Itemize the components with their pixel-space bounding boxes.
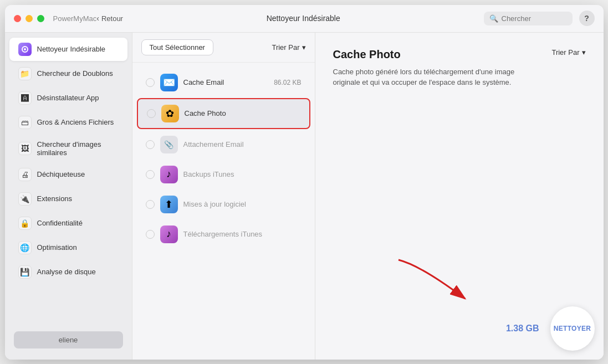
detail-sort-button[interactable]: Trier Par ▾ (551, 48, 585, 57)
sidebar-item-dup[interactable]: 📁 Chercheur de Doublons (9, 62, 127, 85)
sidebar-item-disk[interactable]: 💾 Analyse de disque (9, 260, 127, 284)
checkbox-itunes[interactable] (146, 170, 155, 179)
total-size-label: 1.38 GB (506, 324, 539, 334)
email-icon: ✉️ (160, 74, 178, 91)
large-icon: 🗃 (18, 116, 32, 129)
img-icon: 🖼 (18, 142, 32, 155)
help-button[interactable]: ? (579, 11, 595, 26)
bottom-bar: 1.38 GB NETTOYER (506, 306, 595, 351)
sidebar-label-opt: Optimisation (37, 243, 77, 252)
sort-label: Trier Par (272, 43, 299, 52)
sidebar-label-img: Chercheur d'images similaires (37, 140, 119, 157)
list-items: ✉️ Cache Email 86.02 KB ✿ Cache Photo 📎 … (132, 63, 315, 360)
maximize-button[interactable] (37, 15, 44, 22)
sidebar-item-large[interactable]: 🗃 Gros & Anciens Fichiers (9, 111, 127, 134)
middle-toolbar: Tout Sélectionner Trier Par ▾ (132, 33, 315, 63)
sidebar-label-junk: Nettoyeur Indésirable (37, 45, 106, 53)
item-name-dl-itunes: Téléchargements iTunes (183, 230, 302, 238)
sidebar-label-disk: Analyse de disque (37, 268, 96, 276)
sidebar: Nettoyeur Indésirable 📁 Chercheur de Dou… (5, 33, 132, 360)
sidebar-item-junk[interactable]: Nettoyeur Indésirable (9, 38, 127, 61)
traffic-lights (14, 15, 44, 22)
back-button[interactable]: ‹ Retour (96, 14, 123, 23)
close-button[interactable] (14, 15, 21, 22)
clean-button[interactable]: NETTOYER (550, 306, 595, 351)
search-bar[interactable]: 🔍 (484, 12, 573, 25)
item-name-email: Cache Email (183, 78, 269, 86)
search-icon: 🔍 (489, 14, 498, 23)
ext-icon: 🔌 (18, 192, 32, 206)
back-label: Retour (101, 14, 123, 23)
checkbox-email[interactable] (146, 78, 155, 87)
search-input[interactable] (502, 14, 568, 23)
middle-panel: Tout Sélectionner Trier Par ▾ ✉️ Cache E… (132, 33, 315, 360)
sidebar-label-uninst: Désinstallateur App (37, 94, 99, 102)
uninst-icon: 🅰 (18, 91, 32, 105)
itunes-icon: ♪ (160, 166, 178, 183)
list-item-update[interactable]: ⬆ Mises à jour logiciel (137, 190, 310, 219)
list-item-itunes[interactable]: ♪ Backups iTunes (137, 160, 310, 189)
item-size-email: 86.02 KB (274, 79, 301, 86)
sidebar-item-img[interactable]: 🖼 Chercheur d'images similaires (9, 135, 127, 162)
junk-icon (18, 43, 32, 56)
checkbox-photo[interactable] (147, 109, 156, 118)
detail-title: Cache Photo (333, 48, 586, 61)
sidebar-label-large: Gros & Anciens Fichiers (37, 118, 114, 126)
checkbox-dl-itunes[interactable] (146, 230, 155, 239)
sidebar-label-priv: Confidentialité (37, 219, 83, 227)
update-icon: ⬆ (160, 196, 178, 213)
item-name-update: Mises à jour logiciel (183, 200, 302, 208)
checkbox-update[interactable] (146, 200, 155, 209)
sidebar-item-opt[interactable]: 🌐 Optimisation (9, 236, 127, 259)
list-item-photo[interactable]: ✿ Cache Photo (137, 98, 310, 129)
dup-icon: 📁 (18, 67, 32, 80)
disk-icon: 💾 (18, 265, 32, 279)
right-panel: Trier Par ▾ Cache Photo Cache photo géné… (315, 33, 604, 360)
sidebar-item-shred[interactable]: 🖨 Déchiqueteuse (9, 163, 127, 186)
detail-sort-chevron-icon: ▾ (582, 48, 586, 57)
item-name-attach: Attachement Email (183, 140, 302, 148)
titlebar: PowerMyMac ‹ Retour Nettoyeur Indésirabl… (5, 5, 604, 33)
attach-icon: 📎 (160, 136, 178, 153)
sort-button[interactable]: Trier Par ▾ (272, 43, 305, 52)
sidebar-footer: eliene (5, 325, 132, 355)
detail-description: Cache photo généré lors du téléchargemen… (333, 66, 522, 88)
list-item-attach[interactable]: 📎 Attachement Email (137, 130, 310, 159)
user-badge: eliene (14, 331, 123, 348)
minimize-button[interactable] (25, 15, 33, 22)
sidebar-item-ext[interactable]: 🔌 Extensions (9, 187, 127, 211)
item-name-itunes: Backups iTunes (183, 170, 302, 178)
sidebar-label-ext: Extensions (37, 194, 73, 203)
priv-icon: 🔒 (18, 217, 32, 230)
list-item-email[interactable]: ✉️ Cache Email 86.02 KB (137, 68, 310, 97)
app-title: PowerMyMac (53, 14, 97, 23)
arrow-svg (393, 254, 482, 310)
dl-itunes-icon: ♪ (160, 225, 178, 243)
shred-icon: 🖨 (18, 168, 32, 181)
item-name-photo: Cache Photo (185, 109, 295, 117)
app-window: PowerMyMac ‹ Retour Nettoyeur Indésirabl… (5, 5, 604, 360)
main-layout: Nettoyeur Indésirable 📁 Chercheur de Dou… (5, 33, 604, 360)
detail-sort-label: Trier Par (551, 48, 579, 57)
opt-icon: 🌐 (18, 241, 32, 254)
sidebar-item-priv[interactable]: 🔒 Confidentialité (9, 212, 127, 235)
header-title: Nettoyeur Indésirable (123, 14, 484, 23)
select-all-button[interactable]: Tout Sélectionner (141, 39, 213, 55)
sidebar-label-dup: Chercheur de Doublons (37, 69, 113, 78)
list-item-dl-itunes[interactable]: ♪ Téléchargements iTunes (137, 220, 310, 249)
back-chevron-icon: ‹ (96, 14, 99, 23)
checkbox-attach[interactable] (146, 140, 155, 149)
sidebar-item-uninst[interactable]: 🅰 Désinstallateur App (9, 86, 127, 110)
svg-point-1 (24, 48, 26, 50)
sidebar-label-shred: Déchiqueteuse (37, 170, 85, 178)
photo-icon: ✿ (161, 105, 179, 122)
sort-chevron-icon: ▾ (302, 43, 306, 52)
